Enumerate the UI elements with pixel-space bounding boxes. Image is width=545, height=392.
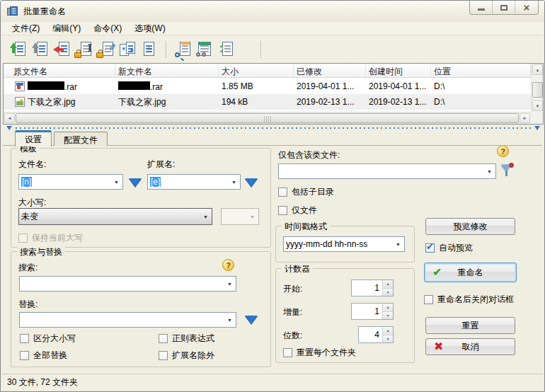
maximize-button[interactable] [493,1,515,14]
chevron-down-icon[interactable]: ▼ [228,180,240,185]
chevron-down-icon[interactable]: ▼ [224,318,236,323]
tab-settings[interactable]: 设置 [15,130,52,146]
column-header-modified[interactable]: 已修改 [294,64,366,77]
case-combobox[interactable]: 未变 ▼ [18,208,212,225]
status-bar: 30 文件, 72 文件夹 [1,374,544,391]
spin-up-icon[interactable]: ▲ [383,280,393,289]
menu-file[interactable]: 文件(Z) [6,21,46,36]
scroll-right-icon[interactable]: ► [520,113,530,123]
files-only-checkbox[interactable]: 仅文件 [278,204,317,217]
menu-options[interactable]: 选项(W) [128,21,171,36]
digits-value: 4 [359,327,382,342]
location-cell: D:\ [431,97,531,107]
splitter-dots [16,127,531,129]
auto-preview-checkbox[interactable]: ✔ 自动预览 [425,242,473,254]
start-label: 开始: [283,283,302,295]
rename-button[interactable]: ✔ 重命名 [424,263,517,282]
column-header-size[interactable]: 大小 [219,64,294,77]
close-after-rename-checkbox[interactable]: 重命名后关闭对话框 [424,294,514,306]
document-star-icon[interactable]: ✶ [140,40,159,59]
filter-icon[interactable] [500,163,515,178]
replace-combobox[interactable]: ▼ [19,312,236,328]
column-header-location[interactable]: 位置 [431,64,531,77]
close-button[interactable]: × [515,1,538,14]
filename-label: 文件名: [18,158,46,171]
document-arrow-up-green-icon[interactable] [8,40,27,59]
scroll-down-icon[interactable]: ▼ [532,100,543,111]
document-arrow-left-red-icon[interactable] [52,40,71,59]
replace-tag-menu-button[interactable] [245,316,258,324]
minimize-button[interactable] [470,1,493,14]
file-list-header: 原文件名 新文件名 大小 已修改 创建时间 位置 [4,64,531,78]
spin-down-icon[interactable]: ▼ [383,312,393,320]
document-arrow-up-gray-icon[interactable] [30,40,49,59]
include-subdirectories-checkbox[interactable]: 包括子目录 [278,186,334,198]
replace-all-checkbox[interactable]: 全部替换 [20,350,67,362]
replace-label: 替换: [18,299,38,311]
splitter-triangle-icon [534,126,540,130]
timestamp-format-combobox[interactable]: yyyy-mm-dd hh-nn-ss ▼ [283,236,405,252]
chevron-down-icon[interactable]: ▼ [224,282,236,287]
checkbox-box [424,295,433,304]
menu-command[interactable]: 命令(X) [87,21,128,36]
chevron-down-icon[interactable]: ▼ [200,214,212,219]
checkbox-box [283,348,292,357]
start-spinner[interactable]: 1 ▲▼ [351,279,394,296]
scroll-left-icon[interactable]: ◄ [4,113,15,123]
case-sensitive-checkbox[interactable]: 区分大小写 [20,333,76,345]
extension-tag-menu-button[interactable] [245,178,258,187]
tab-strip: 设置 配置文件 [15,129,110,146]
spin-up-icon[interactable]: ▲ [383,327,393,335]
filter-combobox[interactable]: ▼ [278,163,496,179]
filename-combobox[interactable]: [n] ▼ [18,174,123,190]
document-checklist-icon[interactable]: ✔✔ [217,40,236,59]
document-glasses-icon[interactable] [195,40,214,59]
spin-down-icon[interactable]: ▼ [383,335,393,343]
chevron-down-icon[interactable]: ▼ [110,180,122,185]
regex-checkbox[interactable]: 正则表达式 [159,333,214,345]
checkbox-box [159,334,168,343]
vertical-scroll-thumb[interactable] [532,82,543,98]
filename-tag-menu-button[interactable] [129,178,142,187]
preview-button[interactable]: 预览修改 [425,218,515,235]
column-header-new-name[interactable]: 新文件名 [115,64,219,77]
extension-label: 扩展名: [147,158,175,171]
window-controls: × [469,1,539,15]
chevron-down-icon[interactable]: ▼ [483,169,495,174]
spin-down-icon[interactable]: ▼ [383,289,393,296]
help-icon[interactable]: ? [497,145,509,157]
modified-cell: 2019-04-01 1... [294,81,366,91]
help-icon[interactable]: ? [222,259,234,271]
documents-stars-icon[interactable]: ✶✶ [118,40,137,59]
tab-profiles[interactable]: 配置文件 [54,132,108,146]
exclude-extension-checkbox[interactable]: 扩展名除外 [159,350,214,362]
vertical-scrollbar[interactable]: ▲ ▼ [531,64,543,112]
horizontal-scroll-thumb[interactable] [16,113,519,123]
cancel-button[interactable]: ✖ 取消 [425,338,515,355]
table-row[interactable]: 下载之家.jpg 下载之家.jpg 194 kB 2019-02-13 1...… [4,94,531,110]
spin-up-icon[interactable]: ▲ [383,304,393,312]
increment-spinner[interactable]: 1 ▲▼ [351,303,394,320]
extension-combobox[interactable]: [e] ▼ [147,174,241,190]
increment-label: 增量: [283,306,302,318]
column-header-original-name[interactable]: 原文件名 [4,64,115,77]
keep-case-label: 保持当前大写 [32,232,83,244]
document-magnifier-icon[interactable] [173,40,192,59]
reset-per-folder-checkbox[interactable]: 重置每个文件夹 [283,347,356,359]
case-value: 未变 [21,211,38,223]
search-combobox[interactable]: ▼ [19,276,236,292]
table-row[interactable]: .rar .rar 1.85 MB 2019-04-01 1... 2019-0… [4,79,531,94]
document-lock-ibeam-icon[interactable]: I [74,40,93,59]
column-header-created[interactable]: 创建时间 [366,64,431,77]
chevron-down-icon: ▼ [246,214,258,219]
reset-button[interactable]: 重置 [425,317,515,334]
chevron-down-icon[interactable]: ▼ [392,242,404,247]
menu-edit[interactable]: 编辑(Y) [46,21,87,36]
replace-all-label: 全部替换 [33,350,67,362]
digits-spinner[interactable]: 4 ▲▼ [358,326,394,343]
scroll-up-icon[interactable]: ▲ [532,64,543,75]
minimize-icon [478,8,485,11]
document-lock-pencil-icon[interactable]: ✎ [96,40,115,59]
horizontal-scrollbar[interactable]: ◄ ► [4,112,531,124]
original-name-cell: 下载之家.jpg [28,96,75,108]
